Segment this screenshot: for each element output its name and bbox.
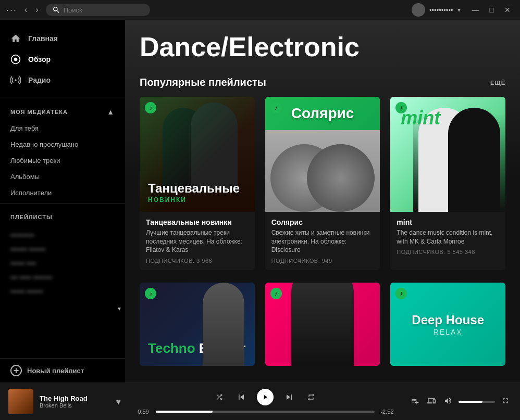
- minimize-button[interactable]: —: [469, 5, 482, 15]
- window-controls: — □ ✕: [469, 5, 514, 15]
- deephouse-cover-sub: Relax: [434, 328, 463, 336]
- popular-playlists-header: Популярные плейлисты ЕЩЁ: [140, 77, 505, 88]
- playlist-card-mint-info: mint The dance music condition is mint, …: [390, 212, 505, 262]
- next-icon: [284, 392, 294, 402]
- track-thumbnail: [8, 389, 33, 414]
- playlist-card-mint[interactable]: ♪ mint mint The dance music condition is…: [390, 97, 505, 270]
- spotify-logo-icon-5: ♪: [275, 290, 278, 297]
- menu-dots[interactable]: ···: [6, 5, 17, 16]
- devices-button[interactable]: [425, 394, 438, 409]
- next-button[interactable]: [282, 390, 296, 404]
- track-artist: Broken Bells: [40, 402, 108, 409]
- volume-icon: [444, 397, 452, 405]
- deephouse-cover-text: Deep House: [412, 313, 484, 328]
- library-item-for-you[interactable]: Для тебя: [4, 120, 121, 136]
- new-playlist-button[interactable]: + Новый плейлист: [0, 358, 125, 383]
- previous-button[interactable]: [234, 390, 249, 404]
- player-track: The High Road Broken Bells ♥: [8, 389, 123, 414]
- person-silhouette: [291, 283, 354, 366]
- playlist-card-mint-subs: ПОДПИСЧИКОВ: 5 545 348: [397, 249, 499, 255]
- see-more-button[interactable]: ЕЩЁ: [490, 80, 505, 86]
- repeat-button[interactable]: [305, 391, 317, 403]
- library-item-albums[interactable]: Альбомы: [4, 169, 121, 185]
- playlist-item-3[interactable]: •••••• ••••: [0, 257, 125, 271]
- maximize-button[interactable]: □: [487, 5, 497, 15]
- sidebar-item-browse[interactable]: Обзор: [0, 49, 125, 70]
- playlist-grid-top: ♪ Танцевальные НОВИНКИ Танцевальные нови…: [140, 97, 505, 270]
- repeat-icon: [307, 393, 315, 401]
- shuffle-icon: [215, 393, 224, 401]
- sidebar-scroll[interactable]: •••••••••• ••••••• ••••••• •••••• •••• •…: [0, 224, 125, 358]
- playlist-item-1[interactable]: ••••••••••: [0, 228, 125, 243]
- player-controls: 0:59 -2:52: [129, 389, 401, 415]
- playlist-card-solar-image: ♪ Солярис: [265, 97, 380, 212]
- mint-cover: ♪ mint: [390, 97, 505, 212]
- playlist-card-dance[interactable]: ♪ Танцевальные НОВИНКИ Танцевальные нови…: [140, 97, 255, 270]
- fullscreen-icon: [501, 397, 510, 405]
- radio-icon: [10, 75, 21, 85]
- library-item-recent[interactable]: Недавно прослушано: [4, 136, 121, 152]
- current-time: 0:59: [135, 409, 152, 415]
- queue-button[interactable]: [408, 394, 421, 409]
- playlist-item-2[interactable]: ••••••• •••••••: [0, 243, 125, 257]
- volume-track[interactable]: [459, 401, 495, 403]
- search-input[interactable]: [64, 6, 137, 14]
- fullscreen-button[interactable]: [499, 394, 512, 409]
- scroll-more-indicator: ▾: [0, 303, 125, 314]
- playlist-card-dance-image: ♪ Танцевальные НОВИНКИ: [140, 97, 255, 212]
- spotify-badge-5: ♪: [270, 288, 282, 299]
- solar-cover-title: Солярис: [283, 97, 363, 130]
- content-area[interactable]: Dance/Electronic Популярные плейлисты ЕЩ…: [125, 20, 520, 383]
- progress-fill: [156, 411, 213, 413]
- library-items: Для тебя Недавно прослушано Любимые трек…: [0, 120, 125, 201]
- spotify-logo-icon-4: ♪: [149, 290, 152, 297]
- deephouse-cover: ♪ Deep House Relax: [390, 283, 505, 366]
- volume-fill: [459, 401, 482, 403]
- nav-back-button[interactable]: ‹: [21, 4, 30, 16]
- sidebar-nav: Главная Обзор Радио: [0, 20, 125, 95]
- playlist-card-solar[interactable]: ♪ Солярис Солярис Свежие хиты и заметные…: [265, 97, 380, 270]
- dance-cover-text: Танцевальные НОВИНКИ: [148, 181, 246, 203]
- track-title: The High Road: [40, 394, 108, 402]
- library-item-artists[interactable]: Исполнители: [4, 185, 121, 201]
- shuffle-button[interactable]: [213, 391, 226, 403]
- queue-icon: [411, 397, 419, 405]
- playlist-card-deephouse[interactable]: ♪ Deep House Relax: [390, 283, 505, 366]
- nav-forward-button[interactable]: ›: [32, 4, 41, 16]
- user-name: ••••••••••: [429, 6, 453, 14]
- new-playlist-label: Новый плейлист: [27, 367, 84, 375]
- volume-button[interactable]: [442, 394, 454, 409]
- browse-icon: [10, 54, 21, 65]
- sidebar-item-home[interactable]: Главная: [0, 28, 125, 49]
- title-bar-left: ··· ‹ ›: [6, 4, 150, 16]
- play-pause-button[interactable]: [257, 389, 274, 405]
- search-icon: [52, 6, 60, 14]
- sidebar-item-radio[interactable]: Радио: [0, 70, 125, 91]
- playlist-card-solar-desc: Свежие хиты и заметные новинки электрони…: [271, 228, 374, 254]
- devices-icon: [427, 397, 436, 405]
- playlist-card-person[interactable]: ♪: [265, 283, 380, 366]
- mint-person-right: [448, 108, 500, 212]
- dance-cover-sub-text: НОВИНКИ: [148, 196, 246, 203]
- progress-track[interactable]: [156, 411, 375, 413]
- playlist-card-techno[interactable]: ♪ Techno Bunker: [140, 283, 255, 366]
- techno-cover: ♪ Techno Bunker: [140, 283, 255, 366]
- user-dropdown-arrow[interactable]: ▾: [457, 6, 461, 14]
- spotify-logo-icon-2: ♪: [275, 104, 278, 111]
- player-right-controls: [407, 394, 512, 409]
- sidebar: Главная Обзор Радио МОЯ МЕДИАТЕКА ▲: [0, 20, 125, 383]
- playlist-item-4[interactable]: ••• ••••• ••••••••: [0, 271, 125, 285]
- playlists-section-title: ПЛЕЙЛИСТЫ: [0, 206, 125, 224]
- collapse-library-button[interactable]: ▲: [107, 108, 115, 116]
- playlist-item-5[interactable]: •••••• •••••••: [0, 285, 125, 299]
- mint-cover-title: mint: [401, 107, 440, 129]
- playlist-card-solar-subs: ПОДПИСЧИКОВ: 949: [271, 258, 374, 264]
- playlist-card-mint-title: mint: [397, 218, 499, 226]
- close-button[interactable]: ✕: [501, 5, 514, 15]
- like-button[interactable]: ♥: [114, 395, 123, 409]
- playlist-card-person-image: ♪: [265, 283, 380, 366]
- playlist-card-techno-image: ♪ Techno Bunker: [140, 283, 255, 366]
- spotify-badge-4: ♪: [145, 288, 156, 299]
- library-item-liked[interactable]: Любимые треки: [4, 152, 121, 169]
- playlist-card-dance-title: Танцевальные новинки: [146, 218, 249, 226]
